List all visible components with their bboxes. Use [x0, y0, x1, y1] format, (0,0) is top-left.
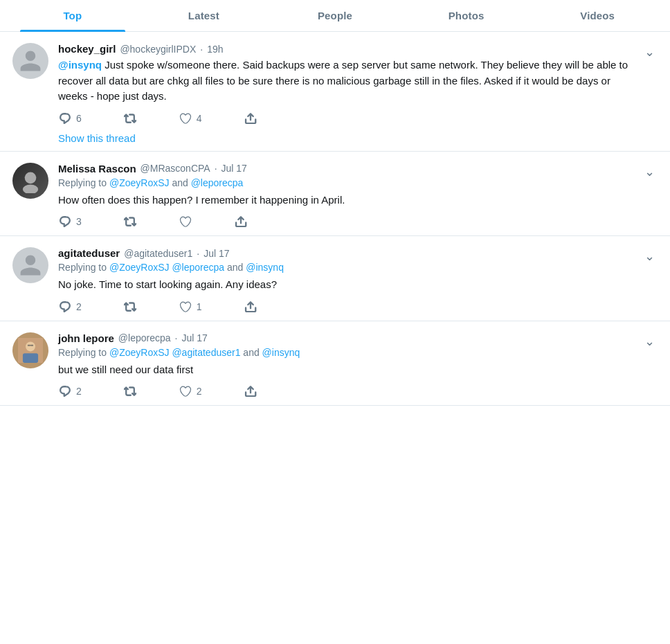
reply-icon: [58, 300, 72, 314]
mention-link[interactable]: @insynq: [246, 262, 284, 273]
tweet-actions: 2 1: [58, 300, 642, 314]
tweet-header: agitateduser @agitateduser1 · Jul 17 Rep…: [12, 247, 658, 314]
mention-link[interactable]: @ZoeyRoxSJ: [109, 177, 170, 188]
tweet-actions: 2 2: [58, 384, 642, 398]
tweet-actions: 6 4: [58, 111, 642, 125]
share-action[interactable]: [244, 111, 257, 125]
tweet-dot: ·: [175, 332, 178, 343]
tweet-header: hockey_girl @hockeygirlIPDX · 19h @insyn…: [12, 43, 658, 144]
search-tabs: Top Latest People Photos Videos: [0, 0, 670, 32]
like-icon: [179, 215, 192, 229]
retweet-icon: [123, 300, 137, 314]
tweet-time: 19h: [207, 44, 223, 55]
avatar: [12, 247, 48, 283]
tweet-left: agitateduser @agitateduser1 · Jul 17 Rep…: [12, 247, 642, 314]
retweet-action[interactable]: [123, 384, 137, 398]
tweet-time: Jul 17: [181, 332, 207, 343]
reply-icon: [58, 384, 72, 398]
tweet-header: Melissa Rascon @MRasconCPA · Jul 17 Repl…: [12, 163, 658, 229]
like-action[interactable]: 4: [179, 111, 202, 125]
mention-link[interactable]: @insynq: [262, 347, 300, 358]
tweet-dot: ·: [197, 248, 199, 259]
svg-rect-4: [23, 353, 38, 363]
tab-latest[interactable]: Latest: [138, 0, 270, 31]
tweet-left: Melissa Rascon @MRasconCPA · Jul 17 Repl…: [12, 163, 642, 229]
svg-point-3: [26, 341, 35, 351]
tab-videos[interactable]: Videos: [532, 0, 663, 31]
tweet-text: @insynq Just spoke w/someone there. Said…: [58, 57, 642, 105]
tweet-meta: agitateduser @agitateduser1 · Jul 17: [58, 247, 642, 259]
tweet-text: How often does this happen? I remember i…: [58, 193, 642, 208]
tweet-card: Melissa Rascon @MRasconCPA · Jul 17 Repl…: [0, 152, 670, 237]
tweet-meta: Melissa Rascon @MRasconCPA · Jul 17: [58, 163, 642, 175]
retweet-action[interactable]: [123, 111, 137, 125]
tweet-text: but we still need our data first: [58, 362, 642, 378]
tweet-more-button[interactable]: ⌄: [642, 247, 658, 265]
mention-link[interactable]: @ZoeyRoxSJ: [109, 262, 170, 273]
tab-photos[interactable]: Photos: [401, 0, 532, 31]
tweet-meta: hockey_girl @hockeygirlIPDX · 19h: [58, 43, 642, 55]
tweet-card: hockey_girl @hockeygirlIPDX · 19h @insyn…: [0, 32, 670, 152]
share-icon: [234, 215, 248, 229]
tab-top[interactable]: Top: [7, 0, 138, 31]
avatar: [12, 332, 48, 368]
reply-action[interactable]: 2: [58, 300, 82, 314]
tweet-time: Jul 17: [221, 163, 247, 174]
like-icon: [179, 300, 192, 314]
john-avatar-icon: [18, 338, 43, 363]
reply-count: 3: [76, 216, 82, 227]
reply-count: 2: [76, 386, 82, 397]
like-action[interactable]: 2: [179, 384, 202, 398]
tweet-content: hockey_girl @hockeygirlIPDX · 19h @insyn…: [58, 43, 642, 144]
tweet-dot: ·: [200, 44, 203, 55]
reply-action[interactable]: 3: [58, 215, 82, 229]
mention-link[interactable]: @leporecpa: [172, 262, 224, 273]
tweet-author-handle: @hockeygirlIPDX: [120, 44, 196, 55]
tweet-more-button[interactable]: ⌄: [642, 163, 658, 181]
retweet-action[interactable]: [123, 300, 137, 314]
like-icon: [179, 384, 192, 398]
share-action[interactable]: [244, 384, 257, 398]
tweet-mention[interactable]: @insynq: [58, 59, 102, 71]
retweet-icon: [123, 111, 137, 125]
tweet-text: No joke. Time to start looking again. An…: [58, 277, 642, 293]
like-action[interactable]: 1: [179, 300, 202, 314]
mention-link[interactable]: @agitateduser1: [172, 347, 240, 358]
retweet-icon: [123, 384, 137, 398]
default-avatar-icon: [18, 253, 43, 278]
svg-rect-5: [28, 344, 30, 346]
mention-link[interactable]: @leporecpa: [191, 177, 244, 188]
tweet-left: hockey_girl @hockeygirlIPDX · 19h @insyn…: [12, 43, 642, 144]
reply-count: 2: [76, 301, 82, 312]
tweet-content: agitateduser @agitateduser1 · Jul 17 Rep…: [58, 247, 642, 314]
svg-point-0: [25, 172, 37, 184]
tweet-author-name: john lepore: [58, 332, 114, 344]
like-action[interactable]: [179, 215, 192, 229]
tweet-left: john lepore @leporecpa · Jul 17 Replying…: [12, 332, 642, 399]
reply-action[interactable]: 2: [58, 384, 82, 398]
mention-link[interactable]: @ZoeyRoxSJ: [109, 347, 170, 358]
reply-to: Replying to @ZoeyRoxSJ and @leporecpa: [58, 177, 642, 188]
tweet-author-handle: @leporecpa: [118, 332, 171, 343]
tweet-more-button[interactable]: ⌄: [642, 43, 658, 61]
default-avatar-icon: [18, 48, 43, 73]
share-action[interactable]: [234, 215, 248, 229]
like-count: 2: [197, 386, 202, 397]
tweet-more-button[interactable]: ⌄: [642, 332, 658, 350]
tweet-body: Just spoke w/someone there. Said backups…: [58, 59, 628, 102]
share-action[interactable]: [244, 300, 257, 314]
retweet-action[interactable]: [123, 215, 137, 229]
like-count: 1: [197, 301, 202, 312]
reply-action[interactable]: 6: [58, 111, 82, 125]
tweet-author-name: Melissa Rascon: [58, 163, 136, 175]
tweet-time: Jul 17: [203, 248, 229, 259]
tweet-author-name: hockey_girl: [58, 43, 116, 55]
melissa-avatar-icon: [18, 168, 43, 193]
tweet-card: agitateduser @agitateduser1 · Jul 17 Rep…: [0, 236, 670, 321]
avatar: [12, 43, 48, 79]
tab-people[interactable]: People: [269, 0, 401, 31]
tweet-content: Melissa Rascon @MRasconCPA · Jul 17 Repl…: [58, 163, 642, 229]
like-icon: [179, 111, 192, 125]
show-thread-link[interactable]: Show this thread: [58, 132, 642, 144]
retweet-icon: [123, 215, 137, 229]
